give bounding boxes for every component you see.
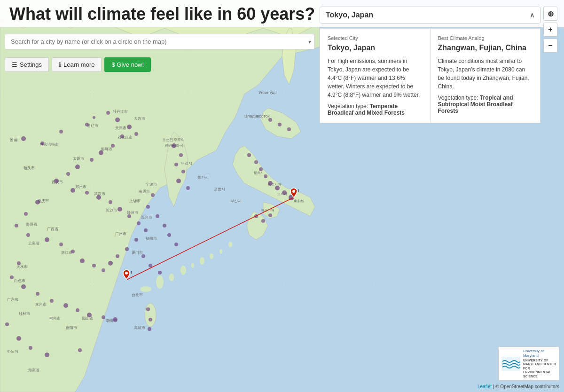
svg-point-140 xyxy=(268,118,272,122)
svg-text:郑州市: 郑州市 xyxy=(75,185,86,189)
svg-text:조선민주주의: 조선민주주의 xyxy=(162,138,185,142)
svg-text:郴州市: 郴州市 xyxy=(49,316,61,321)
search-input[interactable] xyxy=(5,34,315,49)
svg-point-100 xyxy=(102,268,105,272)
svg-point-87 xyxy=(54,179,59,183)
selected-city-description: For high emissions, summers in Tokyo, Ja… xyxy=(328,57,423,99)
svg-point-132 xyxy=(149,264,152,267)
svg-point-145 xyxy=(259,167,263,171)
svg-point-155 xyxy=(149,318,152,321)
svg-point-94 xyxy=(137,221,141,225)
svg-point-90 xyxy=(96,195,101,200)
svg-point-154 xyxy=(146,307,150,311)
svg-point-8 xyxy=(156,275,164,289)
svg-point-142 xyxy=(287,127,291,131)
chevron-up-icon[interactable]: ∧ xyxy=(530,11,534,19)
svg-text:阳山市: 阳山市 xyxy=(82,316,94,321)
svg-text:广东省: 广东省 xyxy=(7,298,18,302)
svg-point-82 xyxy=(111,144,115,148)
svg-point-6 xyxy=(180,266,186,275)
svg-text:广州市: 广州市 xyxy=(115,232,126,236)
svg-point-131 xyxy=(141,254,145,258)
learn-more-label: Learn more xyxy=(63,61,94,68)
vegetation-prefix: Vegetation type: xyxy=(328,103,369,110)
svg-text:白色市: 白色市 xyxy=(14,279,25,283)
svg-point-112 xyxy=(21,284,26,289)
logo-university: University of Maryland xyxy=(523,349,556,359)
svg-point-80 xyxy=(134,132,138,136)
svg-text:广西省: 广西省 xyxy=(47,227,58,231)
svg-point-123 xyxy=(45,353,49,357)
svg-text:长沙市: 长沙市 xyxy=(106,208,117,212)
svg-point-10 xyxy=(145,303,156,327)
best-analog-panel: Best Climate Analog Zhangwan, Fujian, Ch… xyxy=(430,28,541,123)
svg-point-106 xyxy=(59,243,63,246)
svg-point-129 xyxy=(167,233,171,237)
svg-point-152 xyxy=(261,219,265,223)
search-bar: ▾ xyxy=(0,34,320,49)
best-analog-city-name: Zhangwan, Fujian, China xyxy=(438,44,533,52)
svg-point-73 xyxy=(40,141,44,145)
svg-text:永州市: 永州市 xyxy=(35,302,47,306)
leaflet-link[interactable]: Leaflet xyxy=(478,384,492,389)
svg-point-84 xyxy=(90,158,94,162)
svg-text:温州市: 温州市 xyxy=(141,215,152,220)
best-analog-vegetation: Vegetation type: Tropical and Subtropica… xyxy=(438,94,533,114)
learn-more-button[interactable]: ℹ Learn more xyxy=(52,57,102,72)
logo-center: University of Maryland CENTER FOR ENVIRO… xyxy=(523,359,556,378)
svg-point-78 xyxy=(115,118,120,122)
svg-point-98 xyxy=(116,254,119,258)
svg-text:牡丹江市: 牡丹江市 xyxy=(113,110,128,114)
svg-point-136 xyxy=(174,163,178,166)
info-icon: ℹ xyxy=(59,61,61,68)
svg-text:上饶市: 上饶市 xyxy=(129,199,141,203)
attribution: Leaflet | © OpenStreetMap contributors xyxy=(478,384,559,389)
svg-point-103 xyxy=(15,224,18,227)
best-analog-description: Climate conditions most similar to Tokyo… xyxy=(438,57,533,91)
svg-text:天水市: 天水市 xyxy=(16,265,28,269)
svg-point-116 xyxy=(76,308,79,312)
locate-button[interactable]: ⊕ xyxy=(543,7,557,21)
svg-text:Улан-Удэ: Улан-Удэ xyxy=(258,90,277,95)
settings-label: Settings xyxy=(20,61,42,68)
selected-city-name: Tokyo, Japan xyxy=(328,44,423,52)
svg-text:湛江市: 湛江市 xyxy=(61,251,72,255)
locate-icon: ⊕ xyxy=(548,9,554,18)
settings-button[interactable]: ☰ Settings xyxy=(5,57,49,72)
svg-point-76 xyxy=(93,116,95,119)
svg-point-121 xyxy=(16,336,21,341)
selected-city-vegetation: Vegetation type: Temperate Broadleaf and… xyxy=(328,103,423,116)
svg-point-141 xyxy=(278,123,282,126)
svg-point-158 xyxy=(292,190,295,193)
best-analog-label: Best Climate Analog xyxy=(438,35,533,41)
svg-point-110 xyxy=(17,261,21,265)
svg-point-79 xyxy=(127,125,132,129)
svg-point-126 xyxy=(146,205,150,209)
selected-city-header-name: Tokyo, Japan xyxy=(326,11,373,19)
svg-point-147 xyxy=(268,181,273,186)
svg-point-99 xyxy=(108,261,113,266)
svg-point-135 xyxy=(179,153,183,157)
svg-point-77 xyxy=(106,111,110,115)
minus-icon: − xyxy=(548,41,552,50)
svg-point-89 xyxy=(85,191,89,195)
logo-text: University of Maryland University of Mar… xyxy=(523,349,556,378)
svg-text:海南省: 海南省 xyxy=(28,368,39,372)
svg-point-107 xyxy=(71,250,75,253)
settings-icon: ☰ xyxy=(12,61,17,68)
svg-point-114 xyxy=(50,299,54,303)
svg-point-153 xyxy=(268,213,272,217)
svg-point-74 xyxy=(59,130,63,133)
zoom-out-button[interactable]: − xyxy=(543,39,557,53)
give-now-button[interactable]: $ Give now! xyxy=(104,57,151,72)
svg-text:부산시: 부산시 xyxy=(230,199,242,203)
plus-icon: + xyxy=(548,25,552,34)
svg-text:통가시: 통가시 xyxy=(197,175,209,180)
zoom-in-button[interactable]: + xyxy=(543,23,557,37)
svg-text:桂林市: 桂林市 xyxy=(18,312,30,316)
svg-point-118 xyxy=(102,315,105,319)
toolbar: ☰ Settings ℹ Learn more $ Give now! xyxy=(5,57,151,72)
svg-text:Владивосток: Владивосток xyxy=(244,114,270,118)
svg-point-72 xyxy=(21,136,26,141)
svg-point-86 xyxy=(66,172,70,176)
